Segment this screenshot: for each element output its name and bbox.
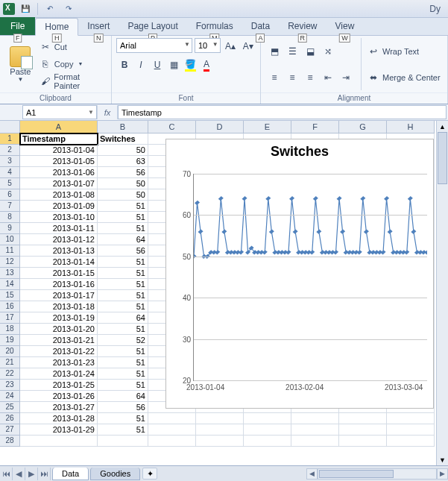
name-box[interactable]: A1▼ [22,105,97,119]
column-header-D[interactable]: D [196,121,244,133]
fx-button[interactable]: fx [97,105,118,119]
format-painter-button[interactable]: 🖌Format Painter [40,74,107,89]
vertical-scrollbar[interactable]: ▲ ▼ [436,121,448,465]
border-button[interactable]: ▦ [165,57,182,73]
select-all-button[interactable] [0,121,20,133]
row-header[interactable]: 23 [0,380,20,391]
underline-button[interactable]: U [149,57,165,73]
sheet-tab-data[interactable]: Data [52,468,89,480]
increase-indent-button[interactable]: ⇥ [337,69,355,86]
tab-data[interactable]: DataA [242,17,279,35]
embedded-chart[interactable]: Switches 2030405060702013-01-042013-02-0… [165,139,434,409]
copy-button[interactable]: ⎘Copy▼ [40,57,107,72]
column-header-G[interactable]: G [339,121,387,133]
cell[interactable]: 50 [98,145,148,156]
tab-review[interactable]: ReviewR [279,17,326,35]
cell[interactable]: 2013-01-22 [20,346,98,357]
qat-redo-button[interactable]: ↷ [60,1,77,16]
cell[interactable] [98,436,148,447]
cell[interactable]: 51 [98,357,148,368]
scroll-left-button[interactable]: ◀ [306,468,318,480]
merge-center-button[interactable]: ⬌Merge & Center [367,70,441,85]
cell[interactable]: 2013-01-17 [20,290,98,301]
cell[interactable]: 50 [98,189,148,201]
font-name-combo[interactable]: Arial▼ [116,38,192,53]
row-header[interactable]: 8 [0,212,20,223]
row-headers[interactable]: 1234567891011121314151617181920212223242… [0,133,20,447]
cell[interactable] [196,413,244,424]
row-header[interactable]: 7 [0,201,20,212]
formula-input[interactable]: Timestamp [118,105,447,119]
cell[interactable]: 2013-01-09 [20,201,98,212]
cell[interactable]: 56 [98,402,148,413]
cell[interactable]: 2013-01-25 [20,380,98,391]
cell[interactable]: 51 [98,346,148,357]
font-size-combo[interactable]: 10▼ [195,38,221,53]
cell[interactable] [387,413,435,424]
align-bottom-button[interactable]: ⬓ [301,43,319,60]
column-header-A[interactable]: A [20,121,98,133]
sheet-nav-prev[interactable]: ◀ [13,468,25,480]
cell[interactable]: 2013-01-24 [20,368,98,380]
row-header[interactable]: 15 [0,290,20,301]
cell[interactable] [387,424,435,436]
fill-color-button[interactable]: 🪣 [182,57,198,73]
cell[interactable]: 2013-01-10 [20,212,98,223]
cell[interactable] [244,413,291,424]
cell[interactable]: 2013-01-21 [20,335,98,346]
cell[interactable] [291,436,339,447]
sheet-nav-last[interactable]: ⏭ [38,468,51,480]
cell[interactable]: 51 [98,413,148,424]
tab-page-layout[interactable]: Page LayoutP [119,17,186,35]
sheet-nav-next[interactable]: ▶ [25,468,38,480]
cell[interactable]: 51 [98,380,148,391]
cell[interactable]: 2013-01-12 [20,234,98,245]
cell[interactable] [148,413,196,424]
cell[interactable]: 64 [98,391,148,402]
horizontal-scrollbar[interactable]: ◀ ▶ [306,468,448,480]
column-header-B[interactable]: B [98,121,148,133]
column-header-F[interactable]: F [291,121,339,133]
cell[interactable]: 2013-01-27 [20,402,98,413]
cell[interactable]: 2013-01-16 [20,279,98,290]
cell[interactable]: Switches [98,133,148,145]
row-header[interactable]: 12 [0,257,20,268]
row-header[interactable]: 25 [0,402,20,413]
cell[interactable] [387,436,435,447]
wrap-text-button[interactable]: ↩Wrap Text [367,44,441,59]
row-header[interactable]: 21 [0,357,20,368]
cell[interactable]: 63 [98,156,148,167]
cell[interactable] [339,424,387,436]
column-headers[interactable]: ABCDEFGH [20,121,435,133]
row-header[interactable]: 10 [0,234,20,245]
scroll-thumb[interactable] [319,470,394,478]
cell[interactable] [244,436,291,447]
cell[interactable]: 56 [98,167,148,178]
cell[interactable]: 2013-01-26 [20,391,98,402]
cell[interactable]: 51 [98,212,148,223]
worksheet-grid[interactable]: ABCDEFGH 1234567891011121314151617181920… [0,121,448,462]
decrease-font-button[interactable]: A▾ [240,38,256,54]
align-center-button[interactable]: ≡ [283,69,301,86]
tab-file[interactable]: File F [0,17,35,35]
cell[interactable]: 51 [98,324,148,335]
cell[interactable]: 51 [98,201,148,212]
column-header-E[interactable]: E [244,121,291,133]
cell[interactable]: 51 [98,279,148,290]
cell[interactable]: 56 [98,245,148,257]
row-header[interactable]: 20 [0,346,20,357]
cell[interactable]: 2013-01-14 [20,257,98,268]
cell[interactable]: 2013-01-07 [20,178,98,189]
tab-insert[interactable]: InsertN [78,17,119,35]
paste-button[interactable]: Paste ▼ [4,38,37,90]
cell[interactable]: 2013-01-19 [20,312,98,324]
cell[interactable]: 51 [98,301,148,312]
bold-button[interactable]: B [116,57,133,73]
cell[interactable]: 51 [98,290,148,301]
align-top-button[interactable]: ⬒ [265,43,283,60]
scroll-track[interactable] [318,468,437,480]
row-header[interactable]: 2 [0,145,20,156]
cell[interactable] [291,424,339,436]
cell[interactable] [339,436,387,447]
cell[interactable]: 2013-01-05 [20,156,98,167]
